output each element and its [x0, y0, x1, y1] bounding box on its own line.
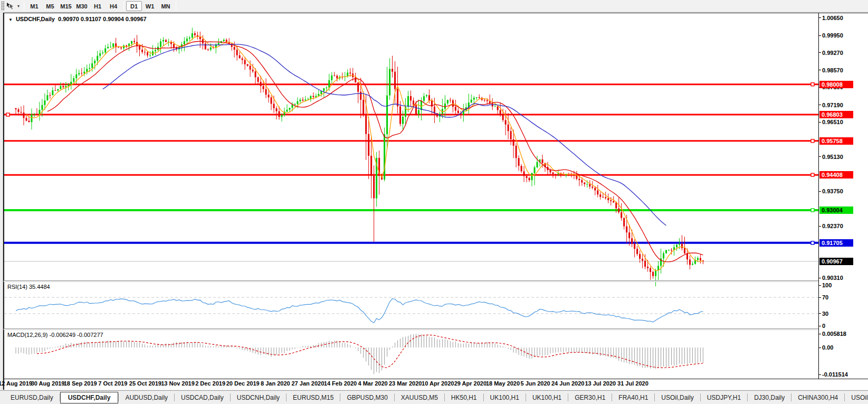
rsi-axis-tick: 30: [822, 310, 866, 317]
axis-tick-mark: [818, 326, 821, 326]
chevron-down-icon[interactable]: ▾: [15, 4, 22, 8]
toolbar-separator: [176, 1, 176, 11]
chart-tab-xauusd-m5[interactable]: XAUUSD,M5: [395, 392, 444, 403]
toolbar-drag-handle[interactable]: [1, 1, 5, 11]
price-axis-line: [818, 13, 819, 379]
date-axis-label: 13 Nov 2019: [161, 380, 195, 387]
chart-tab-usdchf-daily[interactable]: USDCHF,Daily: [60, 392, 119, 403]
date-axis-label: 20 Dec 2019: [226, 380, 260, 387]
chart-tab-audusd-daily[interactable]: AUDUSD,Daily: [119, 392, 174, 403]
axis-tick-mark: [818, 278, 821, 278]
macd-axis-tick: -0.011514: [822, 371, 866, 378]
price-axis-tick: 0.98570: [822, 67, 866, 74]
price-axis-tick: 0.92370: [822, 222, 866, 230]
chart-tab-uk100-h1[interactable]: UK100,H1: [484, 392, 526, 403]
date-axis-label: 23 Mar 2020: [389, 380, 422, 387]
date-axis-label: 4 Mar 2020: [358, 380, 387, 387]
chart-tab-usoil-daily[interactable]: USOil,Daily: [655, 392, 700, 403]
chart-tab-uk100-h1[interactable]: UK100,H1: [526, 392, 568, 403]
rsi-axis-tick: 70: [822, 294, 866, 301]
price-axis-tick: 0.99270: [822, 49, 866, 57]
price-axis-tick: 0.93750: [822, 187, 866, 195]
axis-tick-mark: [818, 17, 821, 18]
bid-price-label: 0.90967: [819, 258, 853, 265]
price-axis-tick: 0.95130: [822, 153, 866, 161]
chart-tab-usdcad-daily[interactable]: USDCAD,Daily: [175, 392, 230, 403]
axis-tick-mark: [818, 52, 821, 53]
rsi-axis-tick: 0: [822, 322, 866, 330]
rsi-axis-tick: 100: [822, 281, 866, 289]
chart-tab-eurusd-m15[interactable]: EURUSD,M15: [287, 392, 340, 403]
date-axis-label: 10 Apr 2020: [422, 380, 454, 387]
line-price-label[interactable]: 0.98008: [819, 81, 853, 88]
date-axis-label: 7 Oct 2019: [98, 380, 127, 387]
axis-tick-mark: [818, 334, 821, 334]
date-axis-label: 18 May 2020: [486, 380, 520, 387]
chart-tab-fra40-h1[interactable]: FRA40,H1: [612, 392, 654, 403]
axis-tick-mark: [818, 122, 821, 123]
timeframe-button-d1[interactable]: D1: [126, 1, 142, 11]
timeframe-toolbar: ▾ M1M5M15M30H1H4D1W1MN: [0, 0, 868, 12]
timeframe-button-m1[interactable]: M1: [26, 1, 42, 11]
date-axis-label: 13 Jul 2020: [585, 380, 616, 387]
line-price-label[interactable]: 0.93004: [819, 206, 853, 214]
toolbar-separator: [24, 1, 24, 11]
date-axis-label: 30 Aug 2019: [31, 380, 65, 387]
terminal-window: ▾ M1M5M15M30H1H4D1W1MN ▼USDCHF,Daily 0.9…: [0, 0, 868, 404]
axis-tick-mark: [818, 70, 821, 70]
chart-tab-gbpusd-m30[interactable]: GBPUSD,M30: [340, 392, 394, 403]
date-axis-label: 8 Jan 2020: [261, 380, 290, 387]
timeframe-button-m15[interactable]: M15: [58, 1, 74, 11]
timeframe-button-w1[interactable]: W1: [142, 1, 158, 11]
toolbar-separator: [123, 1, 124, 11]
line-price-label[interactable]: 0.91705: [819, 239, 853, 247]
chart-tab-hk50-h1[interactable]: HK50,H1: [445, 392, 483, 403]
date-axis-label: 18 Sep 2019: [64, 380, 97, 387]
chart-tab-usdjpy-h1[interactable]: USDJPY,H1: [701, 392, 747, 403]
price-axis-tick: 0.99950: [822, 32, 866, 39]
date-axis-label: 25 Oct 2019: [129, 380, 161, 387]
date-axis-label: 12 Aug 2019: [0, 380, 32, 387]
date-axis-divider: [4, 379, 868, 379]
chart-cursor-icon[interactable]: [5, 1, 15, 11]
timeframe-button-mn[interactable]: MN: [158, 1, 174, 11]
chart-tab-dj30-daily[interactable]: DJ30,Daily: [748, 392, 791, 403]
date-axis-label: 14 Feb 2020: [324, 380, 357, 387]
date-axis-label: 27 Jan 2020: [292, 380, 325, 387]
macd-axis-tick: 0.00: [822, 344, 866, 351]
axis-tick-mark: [818, 35, 821, 36]
line-price-label[interactable]: 0.96803: [819, 111, 853, 118]
date-axis-label: 29 Apr 2020: [454, 380, 487, 387]
line-price-label[interactable]: 0.95758: [819, 137, 853, 145]
date-axis-label: 31 Jul 2020: [617, 380, 648, 387]
chart-tab-usoil-d[interactable]: USOil,D: [845, 392, 868, 403]
price-axis-tick: 1.00650: [822, 14, 866, 22]
price-axis-tick: 0.97190: [822, 101, 866, 109]
macd-indicator-plot[interactable]: [4, 330, 818, 378]
chart-tab-china300-h4[interactable]: CHINA300,H4: [791, 392, 844, 403]
axis-tick-mark: [818, 297, 821, 298]
rsi-indicator-plot[interactable]: [4, 282, 818, 328]
timeframe-button-m30[interactable]: M30: [74, 1, 90, 11]
date-axis-label: 24 Jun 2020: [551, 380, 584, 387]
price-axis-tick: 0.96510: [822, 118, 866, 126]
axis-tick-mark: [818, 191, 821, 192]
date-axis-label: 2 Dec 2019: [195, 380, 225, 387]
timeframe-button-h4[interactable]: H4: [106, 1, 121, 11]
axis-tick-mark: [818, 313, 821, 314]
timeframe-button-m5[interactable]: M5: [42, 1, 58, 11]
date-axis-label: 5 Jun 2020: [520, 380, 550, 387]
chart-tab-bar: EURUSD,DailyUSDCHF,DailyAUDUSD,DailyUSDC…: [0, 390, 868, 404]
price-chart-plot[interactable]: [4, 14, 818, 280]
axis-tick-mark: [818, 374, 821, 375]
chart-tab-usdcnh-daily[interactable]: USDCNH,Daily: [231, 392, 286, 403]
line-price-label[interactable]: 0.94408: [819, 171, 853, 178]
axis-tick-mark: [818, 156, 821, 157]
price-axis-tick: 0.90310: [822, 274, 866, 281]
chart-tab-ger30-h1[interactable]: GER30,H1: [568, 392, 612, 403]
axis-tick-mark: [818, 105, 821, 105]
chart-tab-eurusd-daily[interactable]: EURUSD,Daily: [4, 392, 60, 403]
timeframe-button-h1[interactable]: H1: [90, 1, 106, 11]
axis-tick-mark: [818, 285, 821, 286]
axis-tick-mark: [818, 226, 821, 227]
